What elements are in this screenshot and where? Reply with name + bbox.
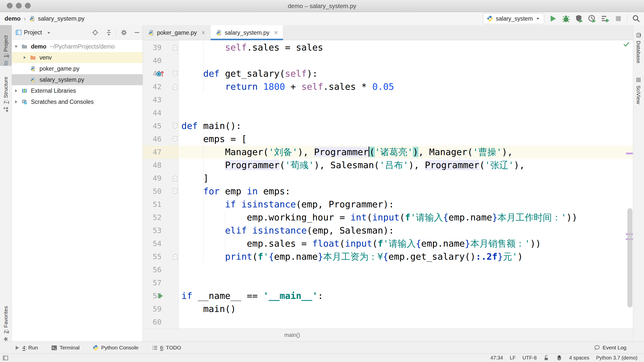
expand-arrow-icon[interactable]	[22, 55, 27, 60]
line-number[interactable]: 48	[143, 159, 162, 172]
minimize-window-button[interactable]	[16, 3, 22, 9]
code-line-46[interactable]: emps = [	[181, 132, 247, 146]
code-line-58[interactable]: if __name__ == '__main__':	[181, 289, 323, 302]
line-number[interactable]: 54	[143, 237, 162, 250]
inspections-ok-icon[interactable]	[623, 41, 630, 48]
code-line-53[interactable]: elif isinstance(emp, Salesman):	[181, 224, 394, 237]
code-line-50[interactable]: for emp in emps:	[181, 185, 291, 198]
fold-marker-start[interactable]	[173, 71, 178, 77]
editor-breadcrumb-item[interactable]: main()	[284, 329, 300, 341]
fold-marker-end[interactable]	[173, 254, 178, 260]
toolwindow-button-4-run[interactable]: 4: Run	[14, 345, 38, 351]
code-line-52[interactable]: emp.working_hour = int(input(f'请输入{emp.n…	[181, 211, 577, 224]
line-number[interactable]: 42	[143, 80, 162, 93]
event-log-button[interactable]: Event Log	[594, 342, 626, 354]
project-view-chevron-icon[interactable]	[47, 31, 51, 35]
line-number[interactable]: 55	[143, 250, 162, 263]
tree-item-demo[interactable]: demo~/PycharmProjects/demo	[12, 41, 143, 52]
fold-marker-end[interactable]	[173, 44, 178, 51]
tab-close-icon[interactable]: ×	[202, 29, 206, 37]
code-line-42[interactable]: return 1800 + self.sales * 0.05	[181, 80, 394, 93]
collapse-all-button[interactable]	[105, 29, 112, 36]
fold-marker-start[interactable]	[173, 188, 178, 194]
line-number[interactable]: 46	[143, 132, 162, 146]
status-caret-position[interactable]: 47:34	[490, 355, 503, 361]
code-line-45[interactable]: def main():	[181, 119, 241, 132]
zoom-window-button[interactable]	[25, 3, 31, 9]
line-number[interactable]: 60	[143, 315, 162, 329]
line-number[interactable]: 50	[143, 185, 162, 198]
tab-salary-system-py[interactable]: salary_system.py×	[211, 25, 283, 40]
toolwindow-button-terminal[interactable]: Terminal	[51, 345, 79, 351]
line-number[interactable]: 49	[143, 172, 162, 185]
close-window-button[interactable]	[7, 3, 13, 9]
sidebar-item-1-project[interactable]: 1: Project	[3, 35, 9, 66]
sidebar-item-sciview[interactable]: SciView	[635, 77, 641, 104]
tool-window-toggle-icon[interactable]	[3, 355, 9, 361]
code-line-59[interactable]: main()	[181, 302, 236, 315]
line-number[interactable]: 44	[143, 106, 162, 119]
code-editor[interactable]: 39 self.sales = sales4041 def get_salary…	[143, 40, 633, 329]
code-line-54[interactable]: emp.sales = float(input(f'请输入{emp.name}本…	[181, 237, 541, 250]
fold-marker-end[interactable]	[173, 84, 178, 90]
run-gutter-icon[interactable]	[157, 292, 164, 299]
status-interpreter[interactable]: Python 3.7 (demo)	[596, 355, 637, 361]
tree-item-salary-system-py[interactable]: salary_system.py	[12, 74, 143, 85]
debug-button[interactable]	[562, 14, 570, 23]
gear-icon[interactable]	[120, 29, 127, 36]
sidebar-item-2-favorites[interactable]: 2: Favorites	[3, 306, 9, 342]
line-number[interactable]: 53	[143, 224, 162, 237]
code-line-47[interactable]: Manager('刘备'), Programmer('诸葛亮'), Manage…	[181, 146, 513, 159]
expand-arrow-icon[interactable]	[14, 100, 18, 104]
toolwindow-button-6-todo[interactable]: 6: TODO	[152, 345, 181, 351]
line-number[interactable]: 43	[143, 93, 162, 106]
status-highlighting-level[interactable]	[556, 355, 562, 361]
code-line-55[interactable]: print(f'{emp.name}本月工资为：¥{emp.get_salary…	[181, 250, 523, 263]
toolwindow-button-python-console[interactable]: Python Console	[93, 345, 138, 351]
project-panel-title[interactable]: Project	[24, 25, 42, 40]
line-number[interactable]: 51	[143, 198, 162, 211]
line-number[interactable]: 52	[143, 211, 162, 224]
tab-poker-game-py[interactable]: poker_game.py×	[143, 25, 211, 40]
code-line-51[interactable]: if isinstance(emp, Programmer):	[181, 198, 394, 211]
code-line-41[interactable]: def get_salary(self):	[181, 67, 318, 80]
line-number[interactable]: 57	[143, 276, 162, 289]
search-everywhere-button[interactable]	[632, 14, 640, 23]
code-line-39[interactable]: self.sales = sales	[181, 41, 323, 54]
line-number[interactable]: 47	[143, 146, 162, 159]
tree-item-poker-game-py[interactable]: poker_game.py	[12, 63, 143, 74]
tree-item-venv[interactable]: venv	[12, 52, 143, 63]
line-number[interactable]: 59	[143, 302, 162, 315]
select-opened-file-button[interactable]	[92, 29, 99, 36]
status-indent-style[interactable]: 4 spaces	[569, 355, 589, 361]
line-number[interactable]: 39	[143, 41, 162, 54]
tree-item-scratches-and-consoles[interactable]: Scratches and Consoles	[12, 96, 143, 107]
tab-close-icon[interactable]: ×	[274, 29, 278, 37]
fold-marker-start[interactable]	[173, 123, 178, 129]
tree-item-external-libraries[interactable]: External Libraries	[12, 85, 143, 96]
sidebar-item-7-structure[interactable]: 7: Structure	[3, 77, 9, 113]
override-method-gutter-icon[interactable]	[156, 69, 165, 78]
breadcrumb-project[interactable]: demo	[5, 15, 21, 22]
run-with-coverage-button[interactable]	[575, 14, 583, 23]
editor-scrollbar-thumb[interactable]	[627, 208, 632, 307]
breadcrumb-file[interactable]: salary_system.py	[38, 15, 85, 22]
run-configuration-select[interactable]: salary_system	[483, 13, 544, 24]
status-file-encoding[interactable]: UTF-8	[522, 355, 537, 361]
concurrency-diagram-button[interactable]	[601, 14, 610, 23]
fold-marker-end[interactable]	[173, 175, 178, 181]
line-number[interactable]: 45	[143, 119, 162, 132]
line-number[interactable]: 40	[143, 54, 162, 67]
fold-marker-start[interactable]	[173, 136, 178, 142]
sidebar-item-database[interactable]: Database	[635, 32, 641, 63]
code-line-48[interactable]: Programmer('荀彧'), Salesman('吕布'), Progra…	[181, 159, 525, 172]
status-line-separator[interactable]: LF	[510, 355, 515, 361]
expand-arrow-icon[interactable]	[14, 88, 18, 93]
status-readonly-toggle[interactable]	[543, 355, 549, 361]
profiler-button[interactable]	[588, 14, 596, 23]
code-line-49[interactable]: ]	[181, 172, 209, 185]
run-button[interactable]	[549, 14, 557, 23]
identifier-stripe-mark[interactable]	[626, 153, 633, 154]
line-number[interactable]: 56	[143, 263, 162, 276]
hide-panel-button[interactable]	[134, 29, 140, 36]
